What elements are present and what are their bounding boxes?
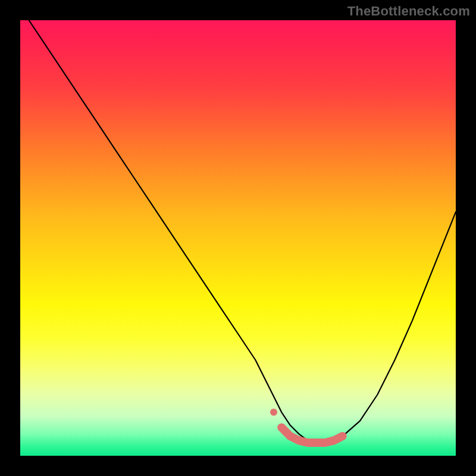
chart-container: TheBottleneck.com <box>0 0 476 476</box>
chart-svg <box>20 20 456 456</box>
highlight-dot <box>270 409 277 416</box>
main-curve <box>29 20 456 443</box>
plot-area <box>20 20 456 456</box>
highlight-segment <box>281 427 343 443</box>
chart-lines <box>29 20 456 443</box>
watermark-text: TheBottleneck.com <box>347 4 470 19</box>
